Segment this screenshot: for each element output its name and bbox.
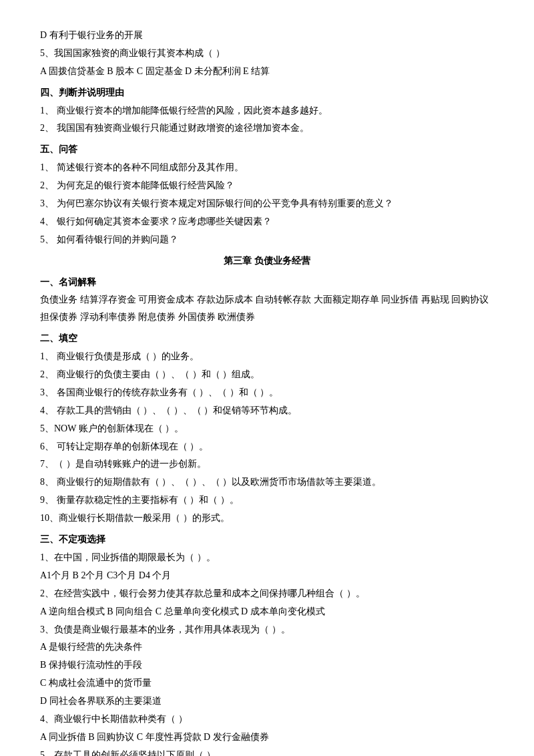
page-content: D 有利于银行业务的开展5、我国国家独资的商业银行其资本构成（ ）A 固拨信贷基… (40, 27, 494, 756)
line-l32: A 同业拆借 B 回购协议 C 年度性再贷款 D 发行金融债券 (40, 729, 494, 746)
line-l33: 5、存款工具的创新必须坚持以下原则（ ）。 (40, 747, 494, 756)
line-l12: 1、 商业银行负债是形成（ ）的业务。 (40, 348, 494, 365)
line-l19: 8、 商业银行的短期借款有（ ）、（ ）、（ ）以及欧洲货币市场借款等主要渠道。 (40, 474, 494, 491)
line-l15: 4、 存款工具的营销由（ ）、（ ）、（ ）和促销等环节构成。 (40, 402, 494, 419)
line-l18: 7、（ ）是自动转账账户的进一步创新。 (40, 455, 494, 473)
line-l21: 10、商业银行长期借款一般采用（ ）的形式。 (40, 510, 494, 527)
line-l13: 2、 商业银行的负债主要由（ ）、（ ）和（ ）组成。 (40, 366, 494, 383)
line-l22: 1、在中国，同业拆借的期限最长为（ ）。 (40, 549, 494, 566)
line-l23: A1个月 B 2个月 C3个月 D4 个月 (40, 567, 494, 584)
line-l30: D 同社会各界联系的主要渠道 (40, 693, 494, 710)
line-chapter3: 第三章 负债业务经营 (40, 252, 494, 270)
line-l1: D 有利于银行业务的开展 (40, 27, 494, 44)
line-l9: 4、 银行如何确定其资本金要求？应考虑哪些关键因素？ (40, 213, 494, 230)
line-l20: 9、 衡量存款稳定性的主要指标有（ ）和（ ）。 (40, 492, 494, 509)
line-l4: 1、 商业银行资本的增加能降低银行经营的风险，因此资本越多越好。 (40, 102, 494, 120)
line-l31: 4、商业银行中长期借款种类有（ ） (40, 711, 494, 728)
line-sec1: 一、名词解释 (40, 274, 494, 291)
line-sec2: 二、填空 (40, 330, 494, 347)
line-l7: 2、 为何充足的银行资本能降低银行经营风险？ (40, 177, 494, 194)
line-l2: 5、我国国家独资的商业银行其资本构成（ ） (40, 45, 494, 62)
line-sec3: 三、不定项选择 (40, 531, 494, 548)
line-l25: A 逆向组合模式 B 同向组合 C 总量单向变化模式 D 成本单向变化模式 (40, 603, 494, 620)
line-l17: 6、 可转让定期存单的创新体现在（ ）。 (40, 438, 494, 455)
line-l14: 3、 各国商业银行的传统存款业务有（ ）、（ ）和（ ）。 (40, 384, 494, 401)
line-l10: 5、 如何看待银行间的并购问题？ (40, 231, 494, 248)
line-l8: 3、 为何巴塞尔协议有关银行资本规定对国际银行间的公平竞争具有特别重要的意义？ (40, 195, 494, 212)
line-l28: B 保持银行流动性的手段 (40, 656, 494, 674)
line-l11: 负债业务 结算浮存资金 可用资金成本 存款边际成本 自动转帐存款 大面额定期存单… (40, 291, 494, 326)
line-l5: 2、 我国国有独资商业银行只能通过财政增资的途径增加资本金。 (40, 120, 494, 137)
line-l6: 1、 简述银行资本的各种不同组成部分及其作用。 (40, 159, 494, 176)
line-sec4: 四、判断并说明理由 (40, 84, 494, 102)
line-l24: 2、在经营实践中，银行会努力使其存款总量和成本之间保持哪几种组合（ ）。 (40, 585, 494, 602)
line-l26: 3、负债是商业银行最基本的业务，其作用具体表现为（ ）。 (40, 621, 494, 638)
line-l16: 5、NOW 账户的创新体现在（ ）。 (40, 420, 494, 437)
line-l29: C 构成社会流通中的货币量 (40, 675, 494, 692)
line-l3: A 固拨信贷基金 B 股本 C 固定基金 D 未分配利润 E 结算 (40, 63, 494, 80)
line-l27: A 是银行经营的先决条件 (40, 638, 494, 656)
line-sec5: 五、问答 (40, 141, 494, 158)
